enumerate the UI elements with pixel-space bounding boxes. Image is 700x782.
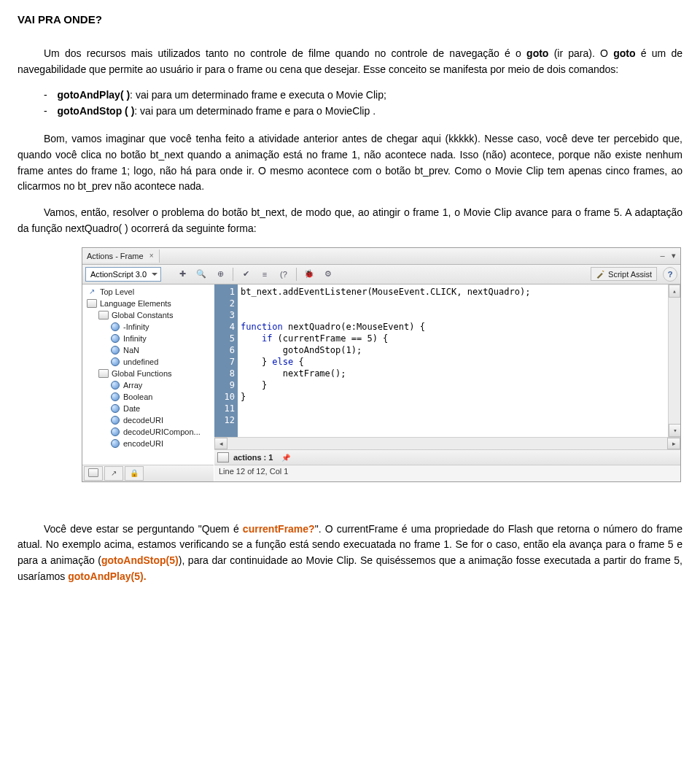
nav-item-label: Infinity [123, 334, 147, 343]
options-icon[interactable]: ⚙ [320, 266, 336, 282]
script-icon [217, 452, 229, 462]
nav-item[interactable]: Array [82, 379, 214, 391]
circle-icon [110, 392, 120, 402]
text: (ir para). O [548, 47, 613, 59]
scroll-down-icon[interactable]: ▾ [669, 424, 680, 437]
code-editor[interactable]: 123456789101112 bt_next.addEventListener… [214, 284, 680, 481]
hint-icon[interactable]: (? [276, 266, 292, 282]
circle-icon [110, 415, 120, 425]
nav-item-label: Global Constants [112, 311, 173, 320]
paragraph-3: Vamos, então, resolver o problema do bot… [18, 205, 682, 236]
nav-item-label: undefined [123, 357, 158, 366]
actions-panel: Actions - Frame × – ▾ ActionScript 3.0 ✚… [82, 247, 681, 482]
nav-item[interactable]: undefined [82, 356, 214, 368]
paragraph-1: Um dos recursos mais utilizados tanto no… [18, 46, 682, 77]
scroll-up-icon[interactable]: ▴ [669, 284, 680, 298]
book-icon [98, 368, 109, 379]
list-item: gotoAndPlay( ): vai para um determinado … [58, 89, 682, 101]
find-icon[interactable]: 🔍 [193, 266, 209, 282]
nav-item[interactable]: Global Constants [82, 309, 214, 321]
nav-item-label: Top Level [100, 287, 134, 296]
nav-item-label: NaN [123, 346, 139, 355]
nav-item-label: Array [123, 381, 142, 390]
text-bold: gotoAndPlay( ) [58, 89, 131, 101]
circle-icon [110, 357, 120, 367]
nav-item[interactable]: Top Level [82, 286, 214, 298]
language-select[interactable]: ActionScript 3.0 [85, 267, 161, 282]
nav-item[interactable]: NaN [82, 344, 214, 356]
text: : vai para um determinado frame e execut… [130, 89, 386, 101]
vertical-scrollbar[interactable]: ▴ ▾ [668, 284, 680, 437]
circle-icon [110, 427, 120, 437]
target-icon[interactable]: ⊕ [212, 266, 228, 282]
nav-item[interactable]: -Infinity [82, 321, 214, 333]
panel-toolbar: ActionScript 3.0 ✚ 🔍 ⊕ ✔ ≡ (? 🐞 ⚙ Script… [82, 265, 680, 284]
text-bold: goto [526, 47, 548, 59]
text-highlight: gotoAndPlay(5). [68, 570, 146, 582]
nav-expand-icon[interactable]: ↗ [104, 466, 123, 481]
panel-tabbar: Actions - Frame × – ▾ [82, 248, 680, 265]
doc-heading: VAI PRA ONDE? [18, 13, 682, 26]
book-icon [87, 298, 97, 309]
wand-icon [596, 269, 605, 279]
horizontal-scrollbar[interactable]: ◂ ▸ [214, 437, 680, 449]
book-icon [98, 310, 109, 320]
status-bar: Line 12 of 12, Col 1 [214, 465, 680, 481]
panel-underscore-icon[interactable]: – [658, 251, 666, 260]
check-icon[interactable]: ✔ [238, 266, 254, 282]
tab-label: Actions - Frame [87, 252, 144, 260]
nav-item[interactable]: Global Functions [82, 368, 214, 379]
scroll-left-icon[interactable]: ◂ [214, 438, 228, 449]
add-icon[interactable]: ✚ [174, 266, 190, 282]
text: Um dos recursos mais utilizados tanto no… [44, 47, 526, 59]
script-path-bar: actions : 1 [214, 449, 680, 465]
nav-item[interactable]: decodeURI [82, 414, 214, 426]
panel-menu-icon[interactable]: ▾ [669, 251, 677, 260]
script-assist-button[interactable]: Script Assist [591, 267, 657, 281]
nav-tree[interactable]: Top LevelLanguage ElementsGlobal Constan… [82, 284, 214, 465]
nav-item-label: Language Elements [100, 299, 171, 308]
text-highlight: currentFrame? [243, 523, 315, 535]
close-icon[interactable]: × [149, 252, 154, 260]
circle-icon [110, 380, 120, 390]
nav-item-label: Date [123, 404, 140, 413]
command-list: gotoAndPlay( ): vai para um determinado … [18, 89, 682, 117]
circle-icon [110, 403, 120, 414]
expand-icon [87, 287, 97, 297]
help-icon[interactable]: ? [663, 267, 677, 282]
format-icon[interactable]: ≡ [257, 266, 273, 282]
text-bold: goto [613, 47, 635, 59]
scroll-right-icon[interactable]: ▸ [667, 438, 680, 449]
nav-book-icon[interactable] [84, 466, 103, 481]
text: Você deve estar se perguntando "Quem é [44, 523, 243, 535]
nav-item[interactable]: Language Elements [82, 298, 214, 309]
nav-item[interactable]: Date [82, 403, 214, 414]
line-gutter: 123456789101112 [214, 284, 238, 437]
script-assist-label: Script Assist [608, 270, 652, 279]
list-item: gotoAndStop ( ): vai para um determinado… [58, 105, 682, 117]
nav-lock-icon[interactable]: 🔒 [125, 466, 144, 481]
nav-item[interactable]: Infinity [82, 333, 214, 344]
svg-point-0 [603, 271, 604, 272]
circle-icon [110, 345, 120, 355]
text: : vai para um determinado frame e para o… [134, 105, 376, 117]
text-highlight: gotoAndStop(5) [101, 554, 179, 566]
script-path-label: actions : 1 [233, 453, 273, 462]
circle-icon [110, 333, 120, 344]
text-bold: gotoAndStop ( ) [58, 105, 135, 117]
nav-bottom-bar: ↗ 🔒 [82, 465, 214, 481]
panel-tab-actions[interactable]: Actions - Frame × [82, 249, 160, 263]
circle-icon [110, 438, 120, 449]
nav-item[interactable]: Boolean [82, 391, 214, 403]
circle-icon [110, 322, 120, 332]
nav-item-label: Boolean [123, 392, 152, 401]
nav-item-label: decodeURICompon... [123, 427, 201, 436]
nav-item[interactable]: decodeURICompon... [82, 426, 214, 438]
nav-item[interactable]: encodeURI [82, 438, 214, 449]
nav-item-label: encodeURI [123, 439, 163, 448]
code-area[interactable]: bt_next.addEventListener(MouseEvent.CLIC… [238, 284, 668, 437]
nav-item-label: decodeURI [123, 416, 163, 425]
debug-icon[interactable]: 🐞 [301, 266, 317, 282]
pin-icon[interactable] [281, 453, 290, 462]
paragraph-2: Bom, vamos imaginar que você tenha feito… [18, 131, 682, 195]
